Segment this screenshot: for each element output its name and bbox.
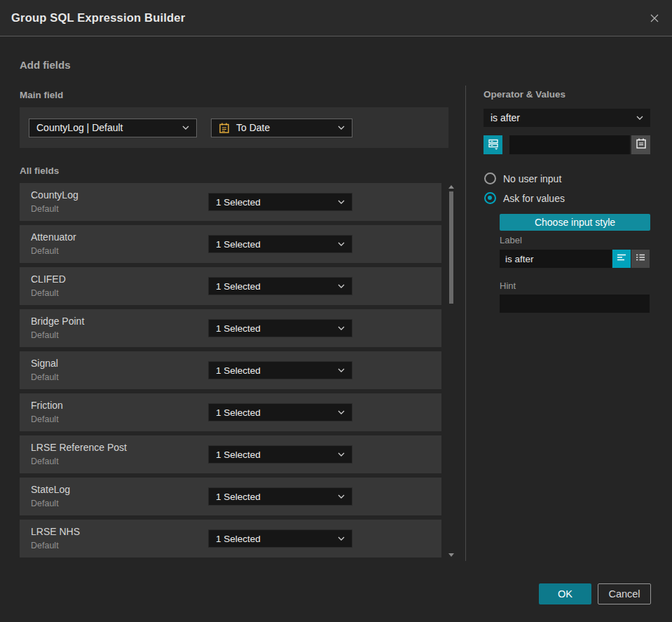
field-name: Attenuator — [31, 231, 76, 243]
input-style-list-toggle[interactable] — [631, 250, 650, 268]
all-fields-list: CountyLog Default 1 Selected Attenuator … — [20, 183, 441, 562]
chevron-down-icon — [332, 410, 345, 414]
radio-no-user-input[interactable]: No user input — [484, 173, 561, 184]
calendar-picker-button[interactable] — [631, 135, 650, 154]
field-name: CountyLog — [31, 189, 78, 201]
field-selection-value: 1 Selected — [216, 449, 261, 460]
field-name: Bridge Point — [31, 316, 84, 327]
main-field-dropdown-value: CountyLog | Default — [36, 122, 123, 133]
main-field-dropdown[interactable]: CountyLog | Default — [29, 119, 197, 137]
date-type-dropdown-value: To Date — [236, 122, 270, 133]
operator-dropdown-value: is after — [491, 112, 520, 123]
field-type: Default — [31, 204, 59, 214]
field-row: CLIFED Default 1 Selected — [20, 267, 441, 305]
main-field-label: Main field — [20, 90, 63, 100]
operator-values-heading: Operator & Values — [484, 89, 565, 100]
field-selection-value: 1 Selected — [216, 534, 261, 544]
field-selection-dropdown[interactable]: 1 Selected — [208, 193, 352, 211]
chevron-down-icon — [332, 242, 345, 246]
stacked-rows-icon — [487, 137, 500, 153]
radio-circle[interactable] — [484, 173, 496, 184]
calendar-icon — [219, 122, 230, 134]
field-name: LRSE Reference Post — [31, 442, 127, 453]
add-fields-heading: Add fields — [20, 59, 71, 71]
chevron-down-icon — [177, 126, 189, 130]
field-selection-dropdown[interactable]: 1 Selected — [208, 319, 352, 337]
field-type: Default — [31, 414, 59, 424]
calendar-icon — [636, 137, 647, 152]
radio-label: Ask for values — [503, 193, 565, 204]
radio-label: No user input — [503, 173, 561, 184]
hint-caption: Hint — [500, 280, 516, 291]
field-row: Signal Default 1 Selected — [20, 351, 441, 389]
field-selection-dropdown[interactable]: 1 Selected — [208, 487, 352, 506]
field-selection-dropdown[interactable]: 1 Selected — [208, 445, 352, 464]
main-field-container: CountyLog | Default To Date — [20, 107, 448, 148]
hint-input[interactable] — [500, 295, 650, 313]
input-style-single-line-toggle[interactable] — [612, 250, 631, 268]
field-selection-value: 1 Selected — [216, 323, 261, 334]
label-input[interactable] — [500, 250, 612, 268]
field-row: StateLog Default 1 Selected — [20, 478, 441, 515]
field-type: Default — [31, 372, 59, 382]
field-name: Friction — [31, 400, 63, 411]
field-row: Attenuator Default 1 Selected — [20, 225, 441, 263]
chevron-down-icon — [332, 452, 345, 457]
chevron-down-icon — [332, 326, 345, 330]
chevron-down-icon — [332, 200, 345, 204]
chevron-down-icon — [332, 494, 345, 499]
field-selection-dropdown[interactable]: 1 Selected — [208, 235, 352, 253]
field-selection-value: 1 Selected — [216, 407, 261, 418]
field-row: CountyLog Default 1 Selected — [20, 183, 441, 221]
chevron-down-icon — [332, 126, 345, 130]
field-selection-dropdown[interactable]: 1 Selected — [208, 277, 352, 295]
scroll-up-icon[interactable] — [448, 185, 454, 189]
align-left-icon — [616, 252, 627, 266]
all-fields-label: All fields — [20, 165, 59, 176]
list-scrollbar[interactable] — [447, 184, 455, 558]
field-type: Default — [31, 288, 59, 298]
field-row: Bridge Point Default 1 Selected — [20, 309, 441, 347]
field-type: Default — [31, 457, 59, 466]
ok-button[interactable]: OK — [539, 583, 591, 604]
field-name: CLIFED — [31, 273, 66, 285]
radio-ask-for-values[interactable]: Ask for values — [484, 192, 565, 204]
field-type: Default — [31, 541, 59, 550]
field-selection-value: 1 Selected — [216, 365, 261, 376]
radio-circle-selected[interactable] — [484, 192, 496, 204]
dialog-title: Group SQL Expression Builder — [11, 11, 185, 25]
field-selection-value: 1 Selected — [216, 197, 261, 208]
panel-divider — [465, 86, 466, 561]
list-icon — [635, 252, 646, 266]
operator-dropdown[interactable]: is after — [484, 109, 650, 127]
chevron-down-icon — [631, 116, 643, 120]
close-icon[interactable] — [648, 12, 661, 25]
scroll-down-icon[interactable] — [448, 553, 454, 557]
field-row: Friction Default 1 Selected — [20, 393, 441, 431]
field-type: Default — [31, 246, 59, 256]
choose-input-style-button[interactable]: Choose input style — [500, 214, 650, 231]
chevron-down-icon — [332, 284, 345, 288]
field-type: Default — [31, 330, 59, 340]
value-input[interactable] — [509, 135, 630, 154]
field-row: LRSE NHS Default 1 Selected — [20, 520, 441, 557]
field-selection-value: 1 Selected — [216, 281, 261, 292]
field-type: Default — [31, 499, 59, 508]
field-name: Signal — [31, 358, 58, 369]
scrollbar-thumb[interactable] — [449, 191, 453, 304]
field-selection-value: 1 Selected — [216, 492, 261, 502]
input-type-button[interactable] — [484, 135, 502, 154]
field-selection-dropdown[interactable]: 1 Selected — [208, 529, 352, 548]
field-selection-dropdown[interactable]: 1 Selected — [208, 403, 352, 421]
cancel-button[interactable]: Cancel — [598, 583, 651, 604]
date-type-dropdown[interactable]: To Date — [211, 119, 352, 137]
chevron-down-icon — [332, 536, 345, 541]
dialog-titlebar: Group SQL Expression Builder — [0, 0, 672, 36]
field-name: LRSE NHS — [31, 526, 80, 537]
field-name: StateLog — [31, 484, 70, 495]
field-row: LRSE Reference Post Default 1 Selected — [20, 435, 441, 473]
label-caption: Label — [500, 235, 522, 245]
field-selection-dropdown[interactable]: 1 Selected — [208, 361, 352, 379]
field-selection-value: 1 Selected — [216, 239, 261, 250]
chevron-down-icon — [332, 368, 345, 372]
